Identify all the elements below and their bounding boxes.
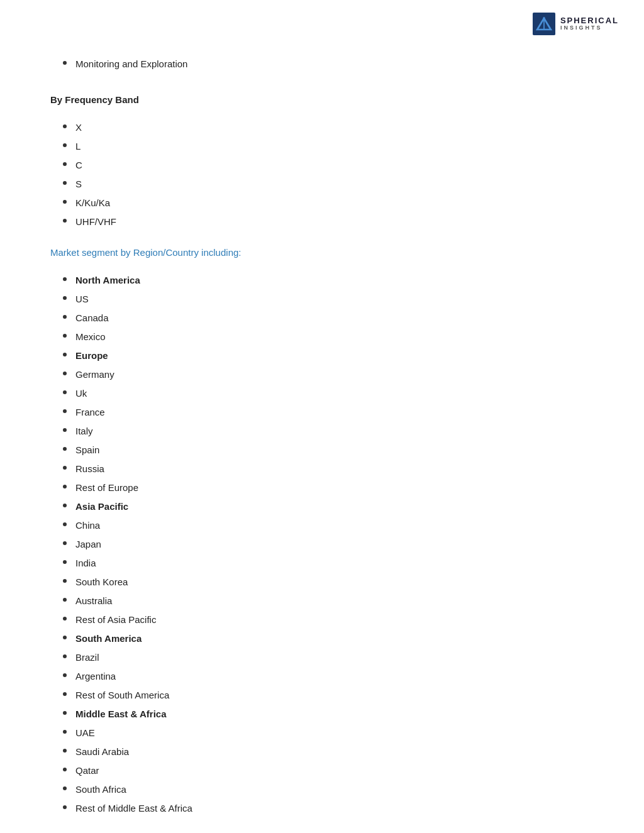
list-item: North America — [63, 273, 594, 288]
bullet-icon — [63, 315, 67, 319]
bullet-icon — [63, 296, 67, 300]
region-item-label: Saudi Arabia — [75, 744, 129, 759]
bullet-icon — [63, 730, 67, 734]
intro-bullets: Monitoring and Exploration — [63, 57, 594, 72]
region-item-label: Australia — [75, 593, 112, 609]
bullet-icon — [63, 692, 67, 696]
region-item-label: Spain — [75, 443, 99, 458]
list-item: Rest of South America — [63, 688, 594, 703]
region-item-label: South Korea — [75, 575, 128, 590]
list-item: K/Ku/Ka — [63, 196, 594, 211]
region-group-heading: Asia Pacific — [75, 499, 128, 514]
bullet-icon — [63, 805, 67, 809]
region-group-heading: Europe — [75, 348, 108, 363]
list-item: X — [63, 120, 594, 135]
freq-item-label: S — [75, 177, 82, 192]
region-item-label: Russia — [75, 461, 104, 477]
bullet-icon — [63, 522, 67, 526]
list-item: Rest of Europe — [63, 480, 594, 495]
list-item: Russia — [63, 461, 594, 477]
region-item-label: US — [75, 292, 89, 307]
logo: SPHERICAL INSIGHTS — [533, 13, 619, 35]
list-item: Saudi Arabia — [63, 744, 594, 759]
region-item-label: Uk — [75, 386, 87, 401]
region-item-label: Qatar — [75, 763, 99, 778]
bullet-icon — [63, 200, 67, 204]
list-item: France — [63, 405, 594, 420]
region-item-label: Italy — [75, 424, 93, 439]
freq-item-label: C — [75, 158, 82, 173]
bullet-icon — [63, 560, 67, 564]
list-item: Europe — [63, 348, 594, 363]
freq-item-label: L — [75, 139, 80, 154]
logo-text: SPHERICAL INSIGHTS — [560, 16, 619, 31]
region-list: North AmericaUSCanadaMexicoEuropeGermany… — [63, 273, 594, 816]
bullet-icon — [63, 711, 67, 715]
bullet-icon — [63, 353, 67, 356]
bullet-icon — [63, 617, 67, 621]
region-item-label: South Africa — [75, 782, 126, 797]
list-item: Canada — [63, 311, 594, 326]
bullet-icon — [63, 579, 67, 583]
list-item: Rest of Middle East & Africa — [63, 801, 594, 816]
bullet-icon — [63, 124, 67, 128]
region-item-label: Mexico — [75, 329, 106, 345]
bullet-icon — [63, 466, 67, 470]
list-item: UAE — [63, 725, 594, 741]
bullet-icon — [63, 598, 67, 602]
bullet-icon — [63, 541, 67, 545]
list-item: Australia — [63, 593, 594, 609]
bullet-icon — [63, 654, 67, 658]
frequency-heading: By Frequency Band — [50, 94, 594, 105]
intro-item-label: Monitoring and Exploration — [75, 57, 187, 72]
region-item-label: Rest of Asia Pacific — [75, 612, 156, 627]
bullet-icon — [63, 409, 67, 413]
list-item: Brazil — [63, 650, 594, 665]
region-item-label: UAE — [75, 725, 95, 741]
bullet-icon — [63, 162, 67, 166]
list-item: China — [63, 518, 594, 533]
region-item-label: Japan — [75, 537, 101, 552]
region-item-label: Canada — [75, 311, 109, 326]
region-item-label: Brazil — [75, 650, 99, 665]
brand-sub: INSIGHTS — [560, 25, 619, 31]
region-item-label: France — [75, 405, 105, 420]
region-group-heading: Middle East & Africa — [75, 707, 166, 722]
freq-item-label: X — [75, 120, 82, 135]
bullet-icon — [63, 768, 67, 771]
bullet-icon — [63, 673, 67, 677]
bullet-icon — [63, 749, 67, 753]
freq-item-label: K/Ku/Ka — [75, 196, 110, 211]
bullet-icon — [63, 786, 67, 790]
region-group-heading: North America — [75, 273, 140, 288]
list-item: Mexico — [63, 329, 594, 345]
bullet-icon — [63, 485, 67, 488]
list-item: C — [63, 158, 594, 173]
bullet-icon — [63, 428, 67, 432]
list-item: Spain — [63, 443, 594, 458]
list-item: South Korea — [63, 575, 594, 590]
list-item: Italy — [63, 424, 594, 439]
list-item: Asia Pacific — [63, 499, 594, 514]
list-item: South America — [63, 631, 594, 646]
logo-icon — [533, 13, 555, 35]
list-item: Rest of Asia Pacific — [63, 612, 594, 627]
region-item-label: China — [75, 518, 100, 533]
freq-item-label: UHF/VHF — [75, 214, 116, 229]
list-item: South Africa — [63, 782, 594, 797]
bullet-icon — [63, 390, 67, 394]
list-item: S — [63, 177, 594, 192]
region-item-label: Rest of Europe — [75, 480, 138, 495]
list-item: India — [63, 556, 594, 571]
bullet-icon — [63, 181, 67, 185]
bullet-icon — [63, 277, 67, 281]
bullet-icon — [63, 504, 67, 507]
bullet-icon — [63, 372, 67, 375]
list-item: Uk — [63, 386, 594, 401]
region-group-heading: South America — [75, 631, 142, 646]
bullet-icon — [63, 447, 67, 451]
region-item-label: India — [75, 556, 96, 571]
bullet-icon — [63, 334, 67, 338]
list-item: Germany — [63, 367, 594, 382]
brand-name: SPHERICAL — [560, 16, 619, 25]
